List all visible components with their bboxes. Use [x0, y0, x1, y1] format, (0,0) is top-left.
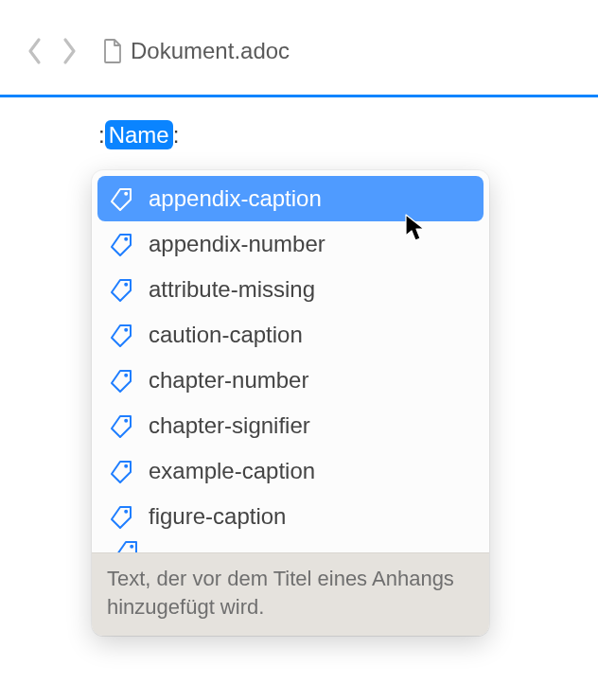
tag-icon: [109, 504, 133, 529]
suggestion-label: attribute-missing: [149, 276, 315, 303]
attr-suffix: :: [173, 122, 180, 149]
chevron-right-icon: [61, 37, 78, 65]
chevron-left-icon: [26, 37, 44, 65]
suggestion-item[interactable]: appendix-caption: [97, 176, 484, 221]
suggestion-item[interactable]: attribute-missing: [97, 267, 484, 312]
svg-point-2: [124, 283, 128, 287]
svg-point-3: [124, 328, 128, 332]
svg-point-4: [124, 374, 128, 377]
suggestion-label: appendix-number: [149, 231, 325, 257]
file-tab[interactable]: Dokument.adoc: [102, 38, 290, 64]
suggestion-label: appendix-caption: [149, 185, 322, 212]
suggestion-list[interactable]: appendix-caption appendix-number attribu…: [92, 170, 489, 552]
suggestion-item[interactable]: figure-caption: [97, 494, 484, 539]
suggestion-label: chapter-number: [149, 367, 308, 394]
filename-label: Dokument.adoc: [131, 38, 290, 64]
editor-area[interactable]: : Name :: [0, 97, 598, 149]
tag-icon: [109, 413, 133, 438]
suggestion-item[interactable]: chapter-number: [97, 358, 484, 403]
suggestion-label: example-caption: [149, 458, 315, 484]
svg-point-7: [124, 510, 128, 514]
suggestion-item[interactable]: caution-caption: [97, 312, 484, 358]
forward-button[interactable]: [55, 32, 83, 70]
toolbar: Dokument.adoc: [0, 0, 598, 95]
tag-icon: [109, 277, 133, 302]
tag-icon: [109, 323, 133, 347]
back-button[interactable]: [21, 32, 49, 70]
suggestion-item[interactable]: chapter-signifier: [97, 403, 484, 448]
tag-icon: [109, 368, 133, 393]
suggestion-item-partial[interactable]: [103, 539, 478, 552]
svg-point-5: [124, 419, 128, 423]
svg-point-1: [124, 237, 128, 241]
suggestion-description: Text, der vor dem Titel eines Anhangs hi…: [92, 552, 489, 636]
tag-icon: [109, 186, 133, 211]
svg-point-8: [130, 545, 133, 549]
suggestion-label: caution-caption: [149, 322, 303, 348]
svg-point-6: [124, 464, 128, 468]
suggestion-item[interactable]: appendix-number: [97, 221, 484, 267]
document-icon: [102, 38, 123, 64]
autocomplete-popup: appendix-caption appendix-number attribu…: [92, 170, 489, 636]
tag-icon: [109, 232, 133, 256]
attr-name-placeholder[interactable]: Name: [105, 120, 173, 149]
editor-line: : Name :: [98, 120, 598, 149]
tag-icon: [114, 539, 139, 552]
tag-icon: [109, 459, 133, 483]
suggestion-item[interactable]: example-caption: [97, 448, 484, 494]
suggestion-label: chapter-signifier: [149, 412, 310, 439]
suggestion-label: figure-caption: [149, 503, 286, 530]
svg-point-0: [124, 192, 128, 196]
attr-prefix: :: [98, 122, 105, 149]
